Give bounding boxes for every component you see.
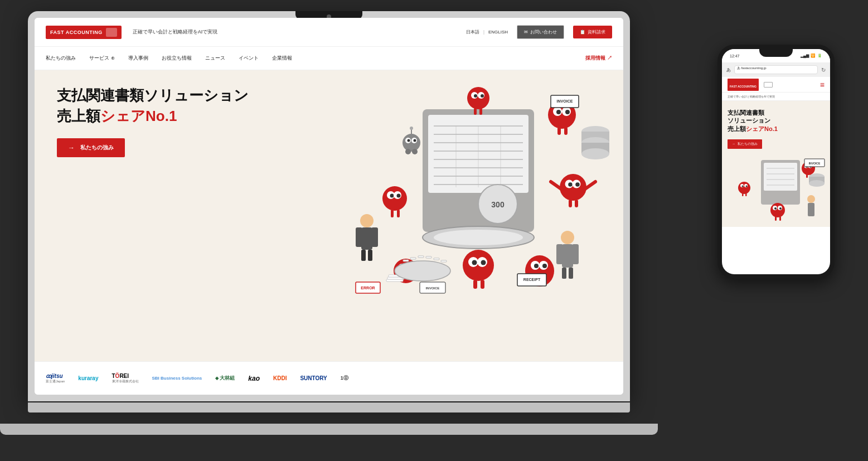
svg-text:INVOICE: INVOICE — [426, 287, 440, 290]
nav-recruit[interactable]: 採用情報 ↗ — [585, 55, 612, 62]
logo-icon — [106, 28, 117, 37]
svg-text:RECEIPT: RECEIPT — [523, 278, 541, 282]
svg-rect-135 — [779, 216, 781, 221]
svg-rect-89 — [410, 258, 416, 259]
phone-logo[interactable]: FAST ACCOUNTING — [728, 79, 759, 91]
laptop: FAST ACCOUNTING 正確で早い会計と戦略経理をAIで実現 日本語 ｜… — [28, 11, 630, 446]
svg-point-139 — [807, 195, 815, 203]
contact-label: お問い合わせ — [530, 29, 557, 35]
svg-rect-134 — [775, 216, 777, 221]
partner-suntory: SUNTORY — [300, 375, 327, 381]
request-button[interactable]: 📋 資料請求 — [573, 26, 612, 38]
svg-point-64 — [534, 264, 539, 268]
nav-service[interactable]: サービス ⊕ — [89, 55, 115, 62]
svg-rect-70 — [371, 227, 378, 247]
svg-rect-93 — [441, 260, 447, 262]
svg-rect-75 — [556, 244, 563, 264]
arrow-icon: → — [68, 144, 75, 152]
partner-sbi: SBI Business Solutions — [152, 376, 202, 381]
battery-icon: 🔋 — [817, 54, 822, 58]
partner-logos: ꝏjitsu 富士通Japan kuraray TÖREI 東洋冷蔵株式会社 S… — [35, 361, 623, 395]
svg-point-96 — [408, 139, 410, 142]
svg-point-73 — [561, 231, 574, 244]
phone-btn-label: 私たちの強み — [738, 142, 758, 147]
svg-rect-29 — [474, 108, 477, 115]
svg-rect-140 — [808, 203, 814, 216]
hero-title-2-red: シェアNo.1 — [100, 108, 177, 124]
phone-menu-icon[interactable]: ≡ — [820, 80, 825, 89]
svg-point-124 — [742, 185, 744, 187]
phone-browser-bar: あ あ fastaccounting.jp ↻ — [722, 62, 830, 77]
phone-illustration: INVOICE — [722, 154, 830, 227]
hero-title-2-plain: 売上額 — [57, 108, 100, 124]
svg-point-24 — [467, 87, 489, 109]
svg-rect-30 — [479, 108, 482, 115]
phone-content: FAST ACCOUNTING ≡ 正確で早い会計と戦略経理をAIで実現 支払関… — [722, 77, 830, 274]
svg-text:INVOICE: INVOICE — [557, 99, 573, 103]
browser-refresh-icon[interactable]: ↻ — [821, 67, 826, 73]
nav-strength[interactable]: 私たちの強み — [46, 55, 76, 62]
svg-rect-37 — [397, 210, 400, 217]
phone-hero-line1: 支払関連書類 — [728, 109, 825, 117]
scene: FAST ACCOUNTING 正確で早い会計と戦略経理をAIで実現 日本語 ｜… — [0, 0, 868, 461]
phone-hero-plain: 売上額 — [728, 125, 746, 132]
illustration-svg: 300 — [300, 70, 623, 299]
hero-cta-button[interactable]: → 私たちの強み — [57, 138, 125, 157]
partner-kuraray: kuraray — [78, 375, 98, 381]
header-tagline: 正確で早い会計と戦略経理をAIで実現 — [133, 28, 218, 36]
phone-time: 12:47 — [730, 54, 740, 58]
svg-rect-22 — [557, 127, 561, 135]
phone-hero-red: シェアNo.1 — [746, 125, 778, 132]
laptop-screen: FAST ACCOUNTING 正確で早い会計と戦略経理をAIで実現 日本語 ｜… — [35, 18, 623, 395]
svg-point-67 — [360, 214, 374, 227]
hero-section: 支払関連書類ソリューション 売上額シェアNo.1 → 私たちの強み — [35, 70, 623, 361]
phone-screen: 12:47 ▂▄▆ 🛜 🔋 あ あ fastaccounting.jp ↻ — [722, 49, 830, 274]
svg-point-66 — [542, 264, 547, 268]
svg-rect-43 — [473, 280, 477, 289]
browser-tab-label: あ — [726, 67, 731, 73]
svg-rect-110 — [764, 163, 797, 191]
phone-site-header: FAST ACCOUNTING ≡ — [722, 77, 830, 93]
hero-btn-label: 私たちの強み — [80, 144, 114, 152]
browser-url-input[interactable]: あ fastaccounting.jp — [734, 65, 818, 74]
laptop-body: FAST ACCOUNTING 正確で早い会計と戦略経理をAIで実現 日本語 ｜… — [28, 11, 630, 401]
partner-torei: TÖREI 東洋冷蔵株式会社 — [112, 373, 139, 384]
partner-fujitsu: ꝏjitsu 富士通Japan — [46, 373, 65, 384]
browser-url-text: あ fastaccounting.jp — [737, 66, 767, 70]
nav-event[interactable]: イベント — [239, 55, 259, 62]
laptop-foot — [0, 424, 658, 435]
lang-en[interactable]: ENGLISH — [488, 30, 508, 35]
svg-point-129 — [770, 203, 785, 217]
nav-news[interactable]: ニュース — [205, 55, 225, 62]
phone-hero: 支払関連書類 ソリューション 売上額シェアNo.1 → 私たちの強み — [722, 101, 830, 154]
svg-rect-92 — [434, 258, 439, 260]
svg-point-126 — [746, 185, 748, 187]
svg-rect-69 — [356, 227, 362, 247]
nav-company[interactable]: 企業情報 — [272, 55, 292, 62]
svg-rect-90 — [418, 256, 424, 258]
nav-info[interactable]: お役立ち情報 — [162, 55, 192, 62]
svg-point-16 — [434, 230, 523, 245]
svg-point-28 — [481, 94, 484, 98]
svg-rect-36 — [391, 210, 394, 217]
svg-rect-127 — [742, 193, 744, 196]
svg-rect-120 — [806, 174, 808, 178]
partner-extra: 1⓪ — [341, 375, 348, 382]
svg-point-40 — [472, 260, 477, 265]
site-nav: 私たちの強み サービス ⊕ 導入事例 お役立ち情報 ニュース イベント 企業情報… — [35, 47, 623, 70]
contact-button[interactable]: ✉ お問い合わせ — [517, 25, 564, 39]
phone-hero-btn[interactable]: → 私たちの強み — [728, 139, 762, 149]
lang-separator: ｜ — [482, 29, 486, 35]
site-header: FAST ACCOUNTING 正確で早い会計と戦略経理をAIで実現 日本語 ｜… — [35, 18, 623, 47]
svg-rect-78 — [569, 268, 573, 279]
phone-body: 12:47 ▂▄▆ 🛜 🔋 あ あ fastaccounting.jp ↻ — [717, 45, 835, 279]
laptop-base — [28, 402, 630, 413]
svg-rect-91 — [426, 256, 431, 258]
svg-rect-59 — [386, 279, 403, 282]
svg-rect-72 — [368, 250, 372, 261]
lang-ja[interactable]: 日本語 — [466, 29, 479, 35]
svg-point-133 — [779, 207, 782, 210]
nav-cases[interactable]: 導入事例 — [128, 55, 148, 62]
website: FAST ACCOUNTING 正確で早い会計と戦略経理をAIで実現 日本語 ｜… — [35, 18, 623, 395]
logo-area[interactable]: FAST ACCOUNTING — [46, 26, 122, 39]
